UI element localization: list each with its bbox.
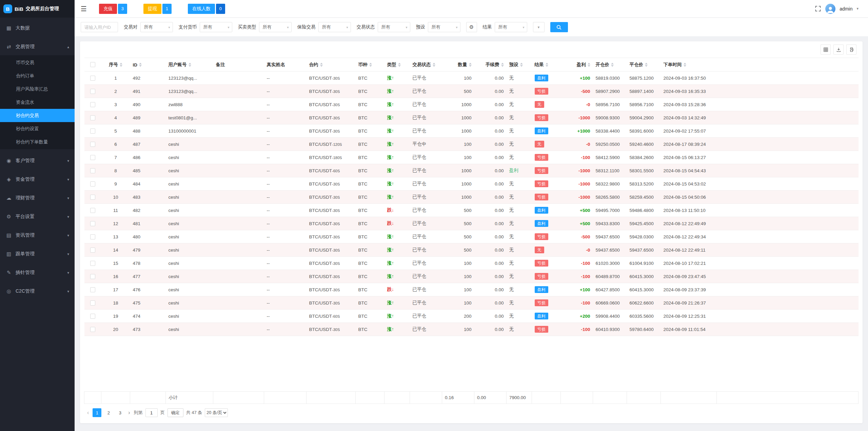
filter-preset-select[interactable]: 所有▾: [428, 22, 460, 32]
subtotal-status: [410, 392, 442, 404]
cell-filler: [717, 310, 859, 323]
row-checkbox[interactable]: [90, 208, 95, 213]
row-checkbox[interactable]: [90, 248, 95, 253]
sidebar-subitem[interactable]: 用户风险率汇总: [0, 82, 75, 96]
sort-control[interactable]: [320, 63, 323, 67]
filter-pay-currency-select[interactable]: 所有▾: [200, 22, 232, 32]
row-checkbox[interactable]: [90, 261, 95, 266]
prev-page-icon[interactable]: ‹: [86, 410, 90, 416]
header-online-users-button[interactable]: 在线人数0: [188, 4, 225, 14]
sort-control[interactable]: [189, 63, 191, 67]
row-checkbox[interactable]: [90, 168, 95, 173]
row-checkbox[interactable]: [90, 155, 95, 160]
print-icon[interactable]: [846, 44, 856, 55]
user-id-input[interactable]: [81, 22, 118, 32]
sidebar-item-platform-settings[interactable]: ⚙平台设置▾: [0, 210, 75, 224]
cell-profit: +500: [561, 217, 593, 230]
filter-result-select[interactable]: 所有▾: [495, 22, 527, 32]
filter-trade-pair-value: 所有: [144, 24, 153, 30]
row-checkbox[interactable]: [90, 234, 95, 239]
page-button-3[interactable]: 3: [116, 408, 124, 417]
header-recharge-button[interactable]: 充值3: [99, 4, 127, 14]
col-label: 交易状态: [413, 62, 431, 67]
row-checkbox[interactable]: [90, 89, 95, 94]
sort-control[interactable]: [588, 63, 590, 67]
sidebar-subitem[interactable]: 币币交易: [0, 56, 75, 69]
confirm-button[interactable]: 确定: [167, 408, 183, 417]
row-checkbox[interactable]: [90, 142, 95, 147]
sidebar-subitem[interactable]: 资金流水: [0, 96, 75, 109]
sidebar-subitem[interactable]: 合约订单: [0, 69, 75, 82]
type-up-label: 涨↑: [387, 194, 394, 199]
sidebar-subitem[interactable]: 秒合约交易: [0, 109, 75, 122]
filter-settings-gear-icon[interactable]: ⚙: [466, 22, 477, 32]
sidebar-item-funds-management[interactable]: ◈资金管理▾: [0, 172, 75, 187]
type-up-label: 涨↑: [387, 89, 394, 94]
cell-realname: --: [264, 323, 307, 336]
sort-control[interactable]: [469, 63, 472, 67]
filter-more-dropdown-button[interactable]: ▾: [533, 22, 545, 32]
filter-trade-pair-select[interactable]: 所有▾: [140, 22, 173, 32]
cell-fee: 0.00: [474, 296, 507, 310]
sort-control[interactable]: [433, 63, 435, 67]
cell-realname: --: [264, 270, 307, 283]
row-checkbox[interactable]: [90, 195, 95, 200]
columns-grid-icon[interactable]: [821, 44, 831, 55]
page-jump-input[interactable]: [145, 408, 158, 417]
chevron-down-icon[interactable]: ▾: [856, 6, 859, 11]
sort-control[interactable]: [120, 63, 122, 67]
app-title: 交易所后台管理: [26, 6, 59, 12]
filter-buy-sell-type-select[interactable]: 所有▾: [259, 22, 292, 32]
page-button-1[interactable]: 1: [93, 408, 101, 417]
sidebar-item-news-management[interactable]: ▤资讯管理▾: [0, 228, 75, 242]
hamburger-icon[interactable]: ☰: [75, 5, 93, 13]
avatar[interactable]: [825, 4, 835, 14]
row-checkbox[interactable]: [90, 287, 95, 292]
row-checkbox[interactable]: [90, 115, 95, 120]
chevron-down-icon: ▾: [67, 271, 69, 275]
filter-insurance-trade-select[interactable]: 所有▾: [318, 22, 351, 32]
row-checkbox[interactable]: [90, 221, 95, 226]
row-checkbox[interactable]: [90, 327, 95, 332]
sort-control[interactable]: [501, 63, 504, 67]
sidebar-subitem[interactable]: 秒合约设置: [0, 122, 75, 135]
sort-control[interactable]: [398, 63, 401, 67]
sidebar-item-copy-trade-management[interactable]: ▥跟单管理▾: [0, 247, 75, 261]
row-checkbox[interactable]: [90, 300, 95, 306]
row-checkbox[interactable]: [90, 129, 95, 134]
sidebar-item-trade-management[interactable]: ⇄交易管理▴: [0, 40, 75, 54]
sidebar-item-pin-management[interactable]: ✎插针管理▾: [0, 266, 75, 280]
sidebar-item-big-data[interactable]: ▦大数据: [0, 21, 75, 35]
sort-control[interactable]: [645, 63, 648, 67]
contract-value: BTC/USDT: [309, 102, 332, 107]
row-checkbox[interactable]: [90, 274, 95, 279]
sort-control[interactable]: [611, 63, 614, 67]
select-all-checkbox[interactable]: [90, 62, 95, 67]
sidebar-item-c2c-management[interactable]: ◎C2C管理▾: [0, 284, 75, 298]
table-row: 12481ceshi--BTC/USDT-30SBTC跌↓已平仓5000.00无…: [84, 217, 859, 230]
row-checkbox[interactable]: [90, 181, 95, 187]
chevron-down-icon: ▾: [67, 215, 69, 219]
sidebar-subitem[interactable]: 秒合约下单数量: [0, 135, 75, 149]
cell-type: 涨↑: [384, 230, 410, 243]
row-checkbox[interactable]: [90, 76, 95, 81]
sort-control[interactable]: [520, 63, 523, 67]
sort-control[interactable]: [369, 63, 372, 67]
cell-open: 60669.0600: [593, 296, 627, 310]
sidebar-item-customer-management[interactable]: ◉客户管理▾: [0, 154, 75, 168]
sort-control[interactable]: [546, 63, 548, 67]
filter-trade-status-select[interactable]: 所有▾: [378, 22, 410, 32]
fullscreen-icon[interactable]: [815, 5, 821, 12]
export-download-icon[interactable]: [833, 44, 844, 55]
next-page-icon[interactable]: ›: [127, 410, 131, 416]
page-button-2[interactable]: 2: [104, 408, 113, 417]
header-withdraw-button[interactable]: 提现1: [143, 4, 172, 14]
row-checkbox[interactable]: [90, 314, 95, 319]
search-button[interactable]: [550, 22, 568, 32]
sort-control[interactable]: [684, 63, 686, 67]
user-name[interactable]: admin: [840, 6, 852, 12]
row-checkbox[interactable]: [90, 102, 95, 107]
per-page-select[interactable]: 20 条/页: [205, 408, 228, 417]
sidebar-item-wealth-management[interactable]: ☁理财管理▾: [0, 191, 75, 205]
sort-control[interactable]: [139, 63, 142, 67]
